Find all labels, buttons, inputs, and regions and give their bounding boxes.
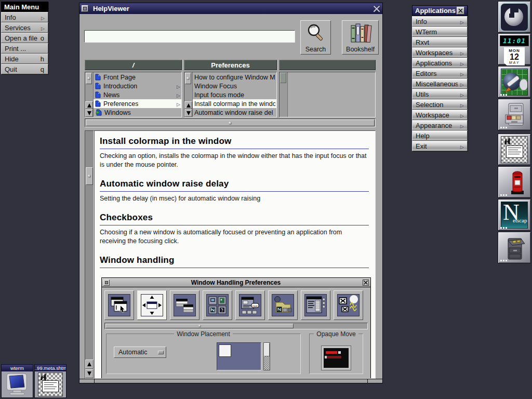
opaque-move-group: Opaque Move — [309, 334, 363, 374]
apps-item-editors[interactable]: Editors — [412, 68, 468, 78]
apps-item-help[interactable]: Help — [412, 130, 468, 141]
main-menu-titlebar[interactable]: Main Menu — [1, 2, 48, 12]
browser-item-introduction[interactable]: Introduction — [94, 82, 181, 90]
content-scrollbar[interactable] — [85, 130, 94, 379]
apps-item-selection[interactable]: Selection — [412, 99, 468, 110]
scrollbar-knob[interactable] — [86, 167, 93, 185]
column-browser: / Front Page — [85, 60, 376, 117]
applications-menu-titlebar[interactable]: Applications — [412, 5, 468, 16]
scroll-up-button[interactable] — [184, 101, 192, 109]
scroll-down-button[interactable] — [85, 109, 93, 117]
browser-item-window-focus[interactable]: Window Focus — [193, 82, 276, 90]
browser-item-preferences[interactable]: Preferences — [94, 99, 181, 108]
heading-rule — [100, 149, 369, 149]
scrollbar-knob[interactable] — [185, 73, 191, 84]
apps-item-utils[interactable]: Utils — [412, 89, 468, 99]
scrollbar-knob[interactable] — [280, 73, 286, 83]
section-heading: Checkboxes — [100, 212, 369, 223]
screenshot-settings: Window Placement Automatic — [102, 329, 370, 374]
browser-item-how-to-configure[interactable]: How to configure Window M — [193, 73, 276, 82]
browser-horizontal-scrollbar[interactable] — [85, 118, 376, 127]
submenu-arrow-icon — [174, 100, 180, 108]
running-dots — [500, 94, 509, 96]
column-scrollbar[interactable] — [85, 72, 94, 117]
dock-tile-netscape[interactable]: N etscape — [498, 199, 531, 231]
dock-tile-mailbox[interactable] — [498, 166, 531, 198]
tab-icon-preferences — [203, 290, 232, 320]
scroll-up-button[interactable] — [85, 360, 94, 369]
scrollbar-thumb[interactable] — [86, 119, 375, 126]
column-scrollbar[interactable] — [184, 72, 193, 117]
main-menu-item-info[interactable]: Info — [1, 12, 48, 22]
apps-item-info[interactable]: Info — [412, 16, 468, 26]
main-menu-item-hide[interactable]: Hide h — [1, 54, 48, 64]
dock-tile-paint-config[interactable] — [498, 66, 531, 98]
apps-item-workspace[interactable]: Workspace — [412, 110, 468, 120]
browser-item-news[interactable]: News — [94, 90, 181, 99]
main-menu-item-print[interactable]: Print ... — [1, 43, 48, 54]
dock-tile-file-cabinet[interactable] — [498, 99, 531, 130]
search-button[interactable]: Search — [300, 20, 331, 55]
tab-window-placement — [137, 290, 167, 320]
main-menu-item-open-a-file[interactable]: Open a file o — [1, 33, 48, 43]
digital-clock: 11:01 — [500, 35, 529, 46]
dock-tile-archive-cabinet[interactable] — [498, 232, 531, 263]
apps-item-wterm[interactable]: WTerm — [412, 26, 468, 37]
browser-item-input-focus-mode[interactable]: Input focus mode — [193, 90, 276, 99]
crt-monitor-icon — [2, 371, 33, 397]
column-scrollbar[interactable] — [280, 72, 288, 117]
scrollbar-knob[interactable] — [86, 73, 92, 84]
document-icon — [95, 100, 101, 107]
placement-mini-scrollbar — [263, 342, 270, 370]
browser-item-install-colormap[interactable]: Install colormap in the windo — [193, 99, 276, 108]
close-icon[interactable] — [373, 5, 380, 12]
scroll-down-button[interactable] — [85, 369, 94, 378]
apps-item-rxvt[interactable]: Rxvt — [412, 37, 468, 47]
main-menu-item-services[interactable]: Services — [1, 22, 48, 33]
dock-tile-text-editor[interactable] — [498, 134, 531, 165]
miniwindow-title: ...99.meta.shtml — [35, 365, 66, 371]
tab-application-attributes: rxvt — [235, 290, 265, 320]
screenshot-scrollbar — [104, 323, 368, 329]
apps-item-workspaces[interactable]: Workspaces — [412, 47, 468, 58]
icons-icon — [207, 295, 228, 316]
apps-item-applications[interactable]: Applications — [412, 58, 468, 68]
postbox-icon — [501, 169, 528, 196]
submenu-arrow-icon — [458, 101, 464, 109]
scroll-up-button[interactable] — [85, 101, 93, 109]
placement-icon — [141, 295, 163, 316]
main-menu-title: Main Menu — [4, 3, 39, 11]
search-input[interactable] — [84, 30, 295, 43]
document-bolt-icon — [95, 109, 102, 116]
attributes-icon: rxvt — [240, 295, 261, 316]
miniaturize-button-image — [103, 280, 110, 286]
submenu-arrow-icon — [174, 91, 180, 99]
document-icon — [95, 83, 101, 89]
section-window-handling: Window handling — [100, 255, 369, 268]
close-icon[interactable] — [457, 7, 464, 15]
browser-item-windows[interactable]: Windows — [94, 108, 181, 117]
paint-config-icon — [501, 69, 528, 96]
main-menu-item-quit[interactable]: Quit q — [1, 64, 48, 74]
placement-preview — [217, 342, 261, 370]
miniaturize-button[interactable] — [82, 5, 88, 12]
apps-item-miscellaneous[interactable]: Miscellaneous — [412, 78, 468, 89]
helpviewer-window: HelpViewer Search — [79, 3, 383, 383]
scroll-down-button[interactable] — [184, 109, 192, 117]
submenu-arrow-icon — [458, 142, 464, 150]
dock-tile-clock[interactable]: 11:01 MON 12 MAY — [498, 33, 531, 65]
dock-tile-window-maker-logo[interactable] — [498, 1, 531, 33]
browser-item-front-page[interactable]: Front Page — [94, 73, 181, 82]
running-dots — [500, 194, 509, 196]
placement-popup-button: Automatic — [114, 347, 166, 358]
miniwindow-wterm[interactable]: wterm — [1, 364, 33, 398]
window-maker-logo-icon — [501, 4, 528, 31]
apps-item-appearance[interactable]: Appearance — [412, 120, 468, 130]
helpviewer-titlebar[interactable]: HelpViewer — [79, 3, 382, 14]
submenu-arrow-icon — [458, 90, 464, 98]
apps-item-exit[interactable]: Exit — [412, 141, 468, 151]
resize-bar[interactable] — [79, 379, 382, 383]
miniwindow-meta-shtml[interactable]: ...99.meta.shtml — [34, 364, 66, 398]
bookshelf-button[interactable]: Bookshelf — [342, 20, 379, 55]
browser-item-automatic-window-raise[interactable]: Automatic window raise del — [193, 108, 276, 117]
